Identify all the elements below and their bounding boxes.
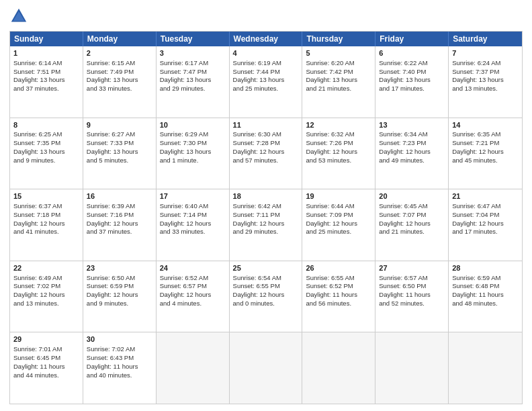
day-cell-5: 5Sunrise: 6:20 AMSunset: 7:42 PMDaylight… — [302, 46, 375, 118]
header-day-saturday: Saturday — [449, 32, 522, 46]
day-cell-13: 13Sunrise: 6:34 AMSunset: 7:23 PMDayligh… — [375, 118, 449, 189]
day-number: 3 — [160, 48, 226, 58]
cell-line: Daylight: 12 hours — [13, 220, 79, 228]
cell-line: Daylight: 12 hours — [160, 291, 226, 300]
cell-line: Sunset: 7:51 PM — [13, 68, 79, 77]
empty-cell — [157, 332, 230, 404]
day-cell-30: 30Sunrise: 7:02 AMSunset: 6:43 PMDayligh… — [83, 332, 157, 404]
day-cell-25: 25Sunrise: 6:54 AMSunset: 6:55 PMDayligh… — [230, 261, 303, 332]
cell-line: and 40 minutes. — [87, 371, 152, 380]
cell-line: and 41 minutes. — [13, 228, 79, 236]
cell-line: Daylight: 12 hours — [452, 220, 519, 228]
cell-line: Sunrise: 6:57 AM — [379, 274, 445, 283]
day-number: 11 — [233, 120, 299, 130]
day-number: 20 — [379, 191, 445, 201]
cell-line: Daylight: 12 hours — [13, 291, 79, 300]
cell-line: Sunrise: 6:54 AM — [233, 274, 299, 283]
cell-line: and 48 minutes. — [452, 300, 519, 308]
day-cell-11: 11Sunrise: 6:30 AMSunset: 7:28 PMDayligh… — [230, 118, 303, 189]
day-cell-6: 6Sunrise: 6:22 AMSunset: 7:40 PMDaylight… — [375, 46, 449, 118]
day-number: 15 — [13, 191, 79, 201]
day-cell-4: 4Sunrise: 6:19 AMSunset: 7:44 PMDaylight… — [230, 46, 303, 118]
cell-line: Sunset: 7:21 PM — [452, 139, 519, 148]
empty-cell — [449, 332, 522, 404]
day-number: 4 — [233, 48, 299, 58]
cell-line: Sunset: 7:16 PM — [87, 211, 152, 220]
calendar-header: SundayMondayTuesdayWednesdayThursdayFrid… — [10, 32, 522, 46]
cell-line: and 25 minutes. — [233, 85, 299, 93]
header-day-friday: Friday — [375, 32, 449, 46]
day-cell-16: 16Sunrise: 6:39 AMSunset: 7:16 PMDayligh… — [83, 189, 157, 261]
logo — [9, 7, 31, 26]
day-cell-27: 27Sunrise: 6:57 AMSunset: 6:50 PMDayligh… — [375, 261, 449, 332]
cell-line: Sunrise: 6:45 AM — [379, 202, 445, 211]
cell-line: Sunset: 6:50 PM — [379, 282, 445, 291]
cell-line: Daylight: 13 hours — [13, 76, 79, 85]
day-cell-19: 19Sunrise: 6:44 AMSunset: 7:09 PMDayligh… — [302, 189, 375, 261]
cell-line: Daylight: 12 hours — [233, 148, 299, 156]
day-cell-7: 7Sunrise: 6:24 AMSunset: 7:37 PMDaylight… — [449, 46, 522, 118]
cell-line: Sunrise: 6:40 AM — [160, 202, 226, 211]
cell-line: Daylight: 13 hours — [160, 76, 226, 85]
cell-line: Sunset: 6:43 PM — [87, 354, 152, 363]
day-cell-26: 26Sunrise: 6:55 AMSunset: 6:52 PMDayligh… — [302, 261, 375, 332]
cell-line: Daylight: 12 hours — [233, 291, 299, 300]
cell-line: Daylight: 11 hours — [13, 363, 79, 371]
cell-line: Sunset: 7:30 PM — [160, 139, 226, 148]
cell-line: Daylight: 12 hours — [233, 220, 299, 228]
cell-line: and 25 minutes. — [306, 228, 371, 236]
day-number: 6 — [379, 48, 445, 58]
cell-line: Sunset: 7:49 PM — [87, 68, 152, 77]
cell-line: Daylight: 12 hours — [306, 220, 371, 228]
cell-line: Daylight: 11 hours — [306, 291, 371, 300]
cell-line: Sunset: 7:11 PM — [233, 211, 299, 220]
cell-line: Sunrise: 6:29 AM — [160, 130, 226, 139]
cell-line: and 33 minutes. — [87, 85, 152, 93]
header-day-tuesday: Tuesday — [157, 32, 230, 46]
day-number: 26 — [306, 263, 371, 273]
cell-line: and 56 minutes. — [306, 300, 371, 308]
cell-line: Daylight: 13 hours — [379, 76, 445, 85]
day-number: 5 — [306, 48, 371, 58]
day-cell-22: 22Sunrise: 6:49 AMSunset: 7:02 PMDayligh… — [10, 261, 83, 332]
day-number: 1 — [13, 48, 79, 58]
cell-line: Sunset: 6:52 PM — [306, 282, 371, 291]
cell-line: Daylight: 11 hours — [379, 291, 445, 300]
cell-line: and 21 minutes. — [379, 228, 445, 236]
calendar-body: 1Sunrise: 6:14 AMSunset: 7:51 PMDaylight… — [10, 46, 522, 404]
empty-cell — [375, 332, 449, 404]
day-number: 8 — [13, 120, 79, 130]
cell-line: Sunset: 7:28 PM — [233, 139, 299, 148]
cell-line: and 4 minutes. — [160, 300, 226, 308]
cell-line: Sunset: 7:42 PM — [306, 68, 371, 77]
cell-line: Sunrise: 6:47 AM — [452, 202, 519, 211]
cell-line: Sunrise: 6:42 AM — [233, 202, 299, 211]
day-cell-20: 20Sunrise: 6:45 AMSunset: 7:07 PMDayligh… — [375, 189, 449, 261]
calendar-row-1: 1Sunrise: 6:14 AMSunset: 7:51 PMDaylight… — [10, 46, 522, 118]
empty-cell — [230, 332, 303, 404]
cell-line: Sunset: 7:23 PM — [379, 139, 445, 148]
day-number: 21 — [452, 191, 519, 201]
cell-line: Sunset: 6:59 PM — [87, 282, 152, 291]
cell-line: and 17 minutes. — [379, 85, 445, 93]
cell-line: Sunset: 7:26 PM — [306, 139, 371, 148]
day-cell-9: 9Sunrise: 6:27 AMSunset: 7:33 PMDaylight… — [83, 118, 157, 189]
cell-line: and 13 minutes. — [13, 300, 79, 308]
cell-line: Sunset: 7:09 PM — [306, 211, 371, 220]
logo-icon — [9, 7, 28, 26]
cell-line: Daylight: 12 hours — [87, 220, 152, 228]
day-number: 7 — [452, 48, 519, 58]
cell-line: and 44 minutes. — [13, 371, 79, 380]
cell-line: and 29 minutes. — [233, 228, 299, 236]
day-cell-14: 14Sunrise: 6:35 AMSunset: 7:21 PMDayligh… — [449, 118, 522, 189]
day-number: 22 — [13, 263, 79, 273]
day-cell-12: 12Sunrise: 6:32 AMSunset: 7:26 PMDayligh… — [302, 118, 375, 189]
cell-line: Daylight: 12 hours — [87, 291, 152, 300]
cell-line: Daylight: 13 hours — [160, 148, 226, 156]
cell-line: Sunrise: 6:14 AM — [13, 59, 79, 68]
day-number: 18 — [233, 191, 299, 201]
page: SundayMondayTuesdayWednesdayThursdayFrid… — [0, 0, 532, 411]
day-number: 17 — [160, 191, 226, 201]
cell-line: Sunrise: 6:37 AM — [13, 202, 79, 211]
day-cell-2: 2Sunrise: 6:15 AMSunset: 7:49 PMDaylight… — [83, 46, 157, 118]
